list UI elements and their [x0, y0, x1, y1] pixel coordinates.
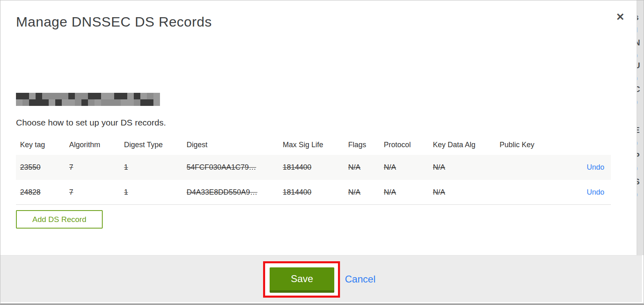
cancel-link[interactable]: Cancel	[345, 274, 376, 285]
column-header-key-tag: Key tag	[16, 141, 65, 149]
annotation-highlight-box: Save	[263, 261, 340, 298]
column-header-max-sig-life: Max Sig Life	[279, 141, 344, 149]
modal-footer: Save Cancel	[0, 255, 642, 302]
close-icon[interactable]: ✕	[614, 10, 627, 23]
cell-actions: Undo	[578, 163, 611, 172]
table-header-row: Key tag Algorithm Digest Type Digest Max…	[16, 135, 611, 155]
cell-flags: N/A	[344, 188, 380, 197]
undo-link[interactable]: Undo	[587, 188, 604, 196]
column-header-flags: Flags	[344, 141, 380, 149]
save-button[interactable]: Save	[270, 267, 334, 293]
domain-name-redacted	[16, 93, 160, 106]
column-header-protocol: Protocol	[380, 141, 429, 149]
column-header-digest-type: Digest Type	[120, 141, 182, 149]
table-row: 23550 7 1 54FCF030AA1C79… 1814400 N/A N/…	[16, 155, 611, 180]
add-ds-record-button[interactable]: Add DS Record	[16, 210, 103, 229]
instruction-text: Choose how to set up your DS records.	[16, 118, 166, 128]
cell-protocol: N/A	[380, 188, 429, 197]
cell-digest-type: 1	[120, 188, 182, 197]
cell-algorithm: 7	[65, 188, 120, 197]
cell-digest: D4A33E8DD550A9…	[182, 188, 279, 197]
screenshot-frame: Manage DNSSEC DS Records ✕ Choose how to…	[0, 0, 644, 305]
column-header-public-key: Public Key	[495, 141, 578, 149]
cell-key-data-alg: N/A	[429, 188, 495, 197]
page-title: Manage DNSSEC DS Records	[16, 14, 212, 30]
cell-flags: N/A	[344, 163, 380, 172]
column-header-key-data-alg: Key Data Alg	[429, 141, 495, 149]
cell-key-data-alg: N/A	[429, 163, 495, 172]
background-page-edge: sdNoUoCoEoPoSo	[637, 0, 644, 255]
cell-protocol: N/A	[380, 163, 429, 172]
cell-key-tag: 23550	[16, 163, 65, 172]
column-header-digest: Digest	[182, 141, 279, 149]
column-header-algorithm: Algorithm	[65, 141, 120, 149]
table-row: 24828 7 1 D4A33E8DD550A9… 1814400 N/A N/…	[16, 180, 611, 205]
cell-max-sig-life: 1814400	[279, 163, 344, 172]
undo-link[interactable]: Undo	[587, 163, 604, 171]
ds-records-table: Key tag Algorithm Digest Type Digest Max…	[16, 135, 611, 205]
cell-max-sig-life: 1814400	[279, 188, 344, 197]
cell-algorithm: 7	[65, 163, 120, 172]
cell-digest: 54FCF030AA1C79…	[182, 163, 279, 172]
cell-actions: Undo	[578, 188, 611, 197]
cell-digest-type: 1	[120, 163, 182, 172]
cell-key-tag: 24828	[16, 188, 65, 197]
